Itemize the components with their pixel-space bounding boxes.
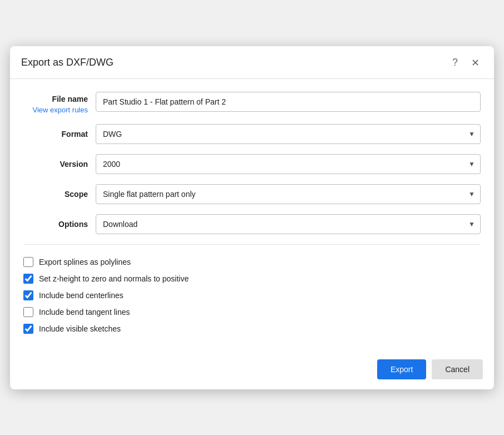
scope-select-wrapper: Single flat pattern part only All flat p… [96,184,481,204]
close-button[interactable]: ✕ [467,55,483,71]
options-divider [23,244,481,245]
checkbox-row-sketches: Include visible sketches [23,320,481,337]
file-name-label-group: File name View export rules [23,90,96,114]
export-splines-label[interactable]: Export splines as polylines [39,258,131,266]
dialog-header: Export as DXF/DWG ? ✕ [10,46,494,79]
version-label: Version [23,160,96,169]
checkbox-row-splines: Export splines as polylines [23,254,481,270]
options-row: Options Download Save to OnShape ▼ [23,214,481,234]
format-row: Format DXF DWG ▼ [23,124,481,144]
export-dialog: Export as DXF/DWG ? ✕ File name View exp… [10,46,494,389]
options-select-wrapper: Download Save to OnShape ▼ [96,214,481,234]
scope-select[interactable]: Single flat pattern part only All flat p… [96,184,481,204]
set-zheight-label[interactable]: Set z-height to zero and normals to posi… [39,274,189,283]
cancel-button[interactable]: Cancel [432,359,483,379]
checkboxes-section: Export splines as polylines Set z-height… [23,250,481,343]
include-centerlines-label[interactable]: Include bend centerlines [39,291,123,300]
include-sketches-label[interactable]: Include visible sketches [39,324,121,333]
scope-row: Scope Single flat pattern part only All … [23,184,481,204]
dialog-overlay: Export as DXF/DWG ? ✕ File name View exp… [0,0,504,435]
version-select[interactable]: 2000 2004 2007 2010 2013 2018 [96,154,481,174]
version-control: 2000 2004 2007 2010 2013 2018 ▼ [96,154,481,174]
checkbox-row-centerlines: Include bend centerlines [23,287,481,304]
include-tangent-checkbox[interactable] [23,307,33,317]
format-select[interactable]: DXF DWG [96,124,481,144]
dialog-body: File name View export rules Format DXF D… [10,79,494,352]
dialog-footer: Export Cancel [10,352,494,389]
checkbox-row-zheight: Set z-height to zero and normals to posi… [23,270,481,287]
file-name-control [96,92,481,112]
options-label: Options [23,220,96,229]
help-button[interactable]: ? [447,55,463,71]
scope-control: Single flat pattern part only All flat p… [96,184,481,204]
set-zheight-checkbox[interactable] [23,274,33,284]
dialog-title: Export as DXF/DWG [21,57,113,68]
include-sketches-checkbox[interactable] [23,324,33,334]
close-icon: ✕ [471,57,480,69]
file-name-label: File name [52,95,88,103]
options-control: Download Save to OnShape ▼ [96,214,481,234]
help-icon: ? [452,57,458,68]
options-select[interactable]: Download Save to OnShape [96,214,481,234]
header-icons: ? ✕ [447,55,483,71]
version-select-wrapper: 2000 2004 2007 2010 2013 2018 ▼ [96,154,481,174]
export-button[interactable]: Export [377,359,426,379]
file-name-row: File name View export rules [23,90,481,114]
scope-label: Scope [23,190,96,199]
format-label: Format [23,130,96,139]
checkbox-row-tangent: Include bend tangent lines [23,304,481,320]
export-splines-checkbox[interactable] [23,257,33,267]
view-export-rules-link[interactable]: View export rules [33,106,88,114]
format-control: DXF DWG ▼ [96,124,481,144]
version-row: Version 2000 2004 2007 2010 2013 2018 ▼ [23,154,481,174]
include-centerlines-checkbox[interactable] [23,290,33,300]
format-select-wrapper: DXF DWG ▼ [96,124,481,144]
file-name-input[interactable] [96,92,481,112]
include-tangent-label[interactable]: Include bend tangent lines [39,308,130,317]
